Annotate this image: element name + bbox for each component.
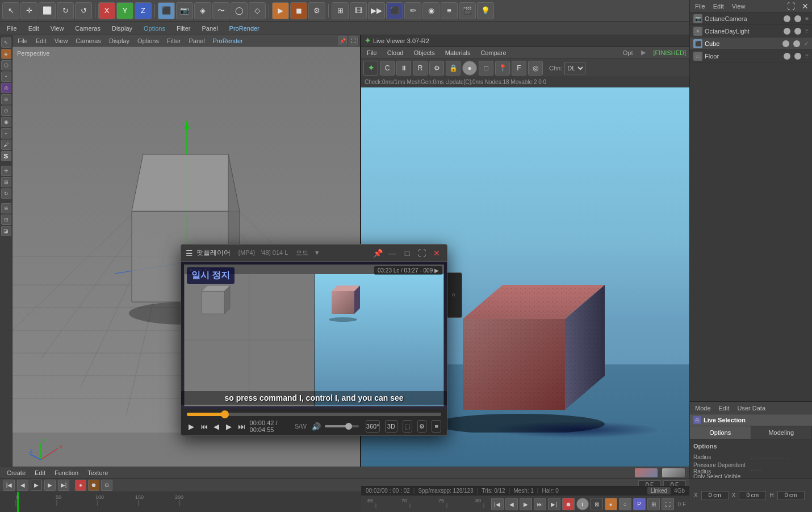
deform-btn[interactable]: ◇ <box>249 2 266 19</box>
tl-end-btn[interactable]: ▶| <box>58 480 69 491</box>
lv-camera-btn[interactable]: F <box>512 61 526 75</box>
lv-tl-expand-btn[interactable]: ⛶ <box>662 498 674 510</box>
tl-start-btn[interactable]: |◀ <box>3 480 15 491</box>
vol-handle[interactable] <box>345 423 352 430</box>
lv-sphere-btn[interactable]: ● <box>462 61 477 75</box>
menu-cameras[interactable]: Cameras <box>73 24 103 33</box>
record-btn[interactable]: ⬛ <box>386 2 403 19</box>
select-tool-btn[interactable]: ↖ <box>2 2 19 19</box>
light-tool-btn[interactable]: 💡 <box>477 2 494 19</box>
h-input[interactable] <box>777 491 805 500</box>
vol-bar[interactable] <box>325 425 359 427</box>
lv-tl-halt-btn[interactable]: ⊠ <box>591 498 603 510</box>
obj-vis-1[interactable] <box>784 28 790 35</box>
lv-lock-btn[interactable]: 🔒 <box>446 61 461 75</box>
rp-edit-menu2[interactable]: Edit <box>717 404 731 412</box>
viewport-cameras-menu[interactable]: Cameras <box>74 37 103 45</box>
lv-channel-select[interactable]: DL <box>564 62 585 74</box>
menu-panel[interactable]: Panel <box>199 24 220 33</box>
tl-next-btn[interactable]: ▶ <box>44 480 56 491</box>
progress-handle[interactable] <box>221 410 229 418</box>
vc-playlist-btn[interactable]: ≡ <box>432 420 441 433</box>
video-post-btn[interactable]: 🎬 <box>459 2 476 19</box>
viewport-panel-menu[interactable]: Panel <box>187 37 206 45</box>
menu-edit[interactable]: Edit <box>26 24 41 33</box>
lv-pause-btn[interactable]: ⏸ <box>396 61 411 75</box>
move-tool-btn[interactable]: ✛ <box>20 2 37 19</box>
viewport-edit-menu[interactable]: Edit <box>34 37 48 45</box>
lv-restart-btn[interactable]: ✦ <box>363 61 378 75</box>
mat-thumb-1[interactable] <box>635 468 658 477</box>
viewport-filter-menu[interactable]: Filter <box>165 37 182 45</box>
popup-close-btn[interactable]: ✕ <box>431 247 442 259</box>
vc-next-frame-btn[interactable]: ⏭ <box>237 420 246 433</box>
tl-auto-btn[interactable]: ⊙ <box>101 480 112 491</box>
bm-texture-menu[interactable]: Texture <box>85 469 110 477</box>
vc-caption-btn[interactable]: ⬚ <box>403 420 412 433</box>
rp-expand-btn[interactable]: ⛶ <box>787 2 795 11</box>
obj-lock-2[interactable] <box>793 40 800 47</box>
lv-tl-end-btn[interactable]: ▶| <box>548 498 560 510</box>
left-loop-sel-btn[interactable]: ⊝ <box>1 94 11 104</box>
left-bevel-btn[interactable]: ◪ <box>1 226 11 236</box>
lv-tl-next-btn[interactable]: ⏭ <box>534 498 546 510</box>
menu-options[interactable]: Options <box>141 24 168 33</box>
lv-menu-objects[interactable]: Objects <box>411 48 437 57</box>
fill-btn[interactable]: ◉ <box>422 2 440 19</box>
z-axis-btn[interactable]: Z <box>135 2 152 19</box>
x2-input[interactable] <box>739 491 766 500</box>
obj-lock-1[interactable] <box>794 28 801 35</box>
left-polygon-btn[interactable]: ◈ <box>1 49 11 59</box>
rotate-tool-btn[interactable]: ↻ <box>57 2 74 19</box>
left-move-tool-btn[interactable]: ✛ <box>1 166 11 176</box>
vc-3d-btn[interactable]: 3D <box>385 420 398 433</box>
lv-menu-cloud[interactable]: Cloud <box>385 48 406 57</box>
tl-prev-btn[interactable]: ◀ <box>17 480 28 491</box>
spline-btn[interactable]: 〜 <box>212 2 229 19</box>
hair-tool-btn[interactable]: ≡ <box>441 2 458 19</box>
popup-minimize-btn[interactable]: — <box>387 247 398 259</box>
vc-prev-frame-btn[interactable]: ⏮ <box>199 420 208 433</box>
cube-btn[interactable]: ⬛ <box>158 2 175 19</box>
video-screen[interactable]: Cinema 4D <box>181 262 447 409</box>
lv-tl-orange-btn[interactable]: ● <box>605 498 617 510</box>
scene-btn[interactable]: ◈ <box>194 2 211 19</box>
obj-vis-3[interactable] <box>784 53 790 60</box>
lv-render-btn[interactable]: R <box>413 61 428 75</box>
rp-close-btn[interactable]: ✕ <box>802 2 809 11</box>
left-rotate-tool-btn[interactable]: ↻ <box>1 188 11 199</box>
obj-floor[interactable]: ▭ Floor ≡ <box>690 50 812 62</box>
lv-menu-file[interactable]: File <box>365 48 379 57</box>
grid-btn[interactable]: ⊞ <box>332 2 349 19</box>
tl-play-btn[interactable]: ▶ <box>31 480 42 491</box>
obj-vis-0[interactable] <box>784 15 790 22</box>
popup-maximize-btn[interactable]: □ <box>401 247 413 259</box>
left-fill-sel-btn[interactable]: ◉ <box>1 117 11 127</box>
vc-next-btn[interactable]: ▶ <box>224 420 233 433</box>
left-paint-sel-btn[interactable]: 🖌 <box>1 140 11 150</box>
camera-tool-btn[interactable]: 📷 <box>176 2 193 19</box>
scale-tool-btn[interactable]: ⬜ <box>39 2 56 19</box>
obj-octane-daylight[interactable]: ☀ OctaneDayLight ≡ <box>690 25 812 37</box>
left-weld-btn[interactable]: ⊕ <box>1 203 11 213</box>
vc-play-btn[interactable]: ▶ <box>187 420 196 433</box>
tab-options[interactable]: Options <box>690 426 751 439</box>
nurbs-btn[interactable]: ◯ <box>231 2 248 19</box>
menu-file[interactable]: File <box>5 24 19 33</box>
rp-user-data-menu[interactable]: User Data <box>736 404 768 412</box>
viewport-prorender-menu[interactable]: ProRender <box>211 37 245 45</box>
menu-filter[interactable]: Filter <box>174 24 192 33</box>
lv-tl-start-btn[interactable]: |◀ <box>491 498 504 510</box>
popup-pin-btn[interactable]: 📌 <box>372 247 383 259</box>
lv-tl-play-btn[interactable]: ▶ <box>520 498 532 510</box>
anim-btn[interactable]: ▶▶ <box>368 2 385 19</box>
lv-env-btn[interactable]: ◎ <box>528 61 543 75</box>
mat-thumb-2[interactable] <box>662 468 685 477</box>
lv-tl-info-btn[interactable]: i <box>576 498 589 510</box>
left-select-btn[interactable]: ↖ <box>1 37 11 48</box>
vc-360-btn[interactable]: 360° <box>366 420 380 433</box>
left-path-sel-btn[interactable]: ⌁ <box>1 128 11 139</box>
film-btn[interactable]: 🎞 <box>350 2 367 19</box>
left-extrude-btn[interactable]: ⊟ <box>1 215 11 225</box>
tl-add-keyframe-btn[interactable]: ● <box>75 480 86 491</box>
